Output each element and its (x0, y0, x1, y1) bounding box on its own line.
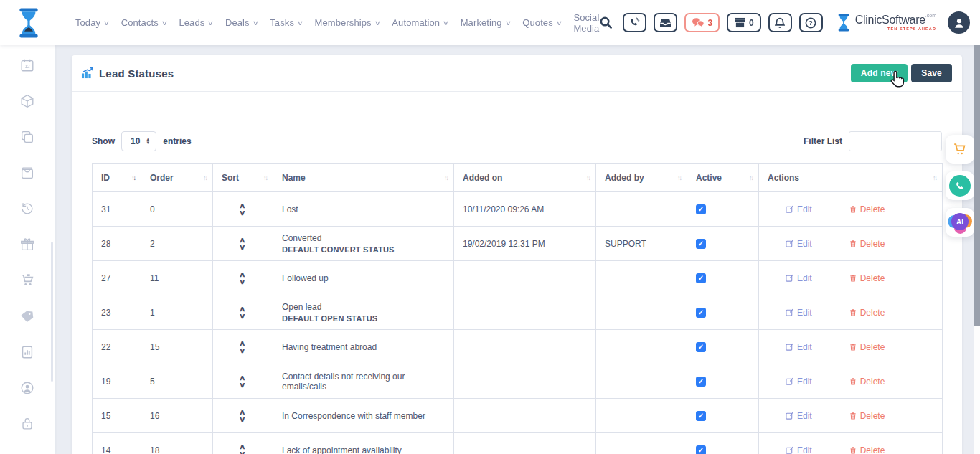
sidebar-item-calendar[interactable]: 12 (0, 47, 55, 83)
delete-link[interactable]: Delete (849, 239, 885, 249)
column-label: Sort (222, 173, 239, 183)
menu-item-leads[interactable]: Leads∨ (179, 17, 213, 28)
filter-input[interactable] (849, 131, 942, 151)
delete-link[interactable]: Delete (849, 273, 885, 283)
brand-hourglass-icon (836, 13, 852, 32)
app-logo[interactable] (11, 7, 47, 39)
save-button[interactable]: Save (911, 64, 952, 82)
column-header-added-by[interactable]: Added by↑↓ (596, 164, 687, 192)
floating-phone-button[interactable] (946, 171, 974, 200)
notifications-button[interactable] (768, 13, 792, 32)
cell-order: 18 (141, 433, 213, 454)
delete-link[interactable]: Delete (849, 204, 885, 214)
store-button[interactable]: 0 (727, 13, 761, 32)
delete-link[interactable]: Delete (849, 445, 885, 454)
edit-link[interactable]: Edit (786, 308, 812, 318)
active-checkbox[interactable]: ✓ (696, 308, 706, 318)
move-up-icon[interactable]: ∧ (239, 306, 246, 312)
brand-logo[interactable]: ClinicSoftware .com TEN STEPS AHEAD (836, 13, 936, 32)
sidebar-scrollbar-thumb[interactable] (51, 242, 53, 382)
sort-arrows-icon: ↑↓ (586, 174, 590, 181)
active-checkbox[interactable]: ✓ (696, 377, 706, 387)
menu-item-contacts[interactable]: Contacts∨ (121, 17, 167, 28)
edit-link[interactable]: Edit (786, 239, 812, 249)
sidebar-item-bookings[interactable] (0, 155, 55, 191)
sidebar-item-shop[interactable] (0, 263, 55, 298)
column-header-active[interactable]: Active↑↓ (687, 164, 759, 192)
active-checkbox[interactable]: ✓ (696, 411, 706, 421)
active-checkbox[interactable]: ✓ (696, 445, 706, 454)
edit-link[interactable]: Edit (786, 273, 812, 283)
active-checkbox[interactable]: ✓ (696, 204, 706, 214)
sidebar-item-tags[interactable] (0, 298, 55, 334)
delete-link[interactable]: Delete (849, 308, 885, 318)
move-up-icon[interactable]: ∧ (239, 409, 246, 415)
move-down-icon[interactable]: ∨ (239, 209, 246, 216)
search-icon[interactable] (599, 16, 613, 29)
move-up-icon[interactable]: ∧ (239, 340, 246, 346)
menu-item-marketing[interactable]: Marketing∨ (461, 17, 511, 28)
menu-item-today[interactable]: Today∨ (75, 17, 109, 28)
delete-link-label: Delete (860, 411, 885, 421)
column-header-name[interactable]: Name↑↓ (273, 164, 454, 192)
inbox-button[interactable] (654, 13, 677, 32)
move-up-icon[interactable]: ∧ (239, 237, 246, 243)
delete-link[interactable]: Delete (849, 377, 885, 387)
edit-link[interactable]: Edit (786, 342, 812, 352)
menu-item-social-media[interactable]: Social Media (573, 12, 599, 34)
edit-link[interactable]: Edit (786, 377, 812, 387)
menu-item-quotes[interactable]: Quotes∨ (522, 17, 561, 28)
menu-item-tasks[interactable]: Tasks∨ (270, 17, 302, 28)
move-down-icon[interactable]: ∨ (239, 244, 246, 250)
table-row: 231∧∨Open leadDEFAULT OPEN STATUS✓EditDe… (93, 295, 943, 330)
sidebar-item-copy[interactable] (0, 119, 55, 155)
sidebar-item-account[interactable] (0, 370, 55, 406)
move-down-icon[interactable]: ∨ (239, 347, 246, 354)
column-header-sort[interactable]: Sort↑↓ (213, 164, 273, 192)
column-header-order[interactable]: Order↑↓ (141, 164, 213, 192)
sidebar-item-packages[interactable] (0, 83, 55, 119)
chevron-down-icon: ∨ (443, 19, 449, 27)
page-scrollbar-thumb[interactable] (974, 45, 980, 326)
move-up-icon[interactable]: ∧ (239, 202, 246, 209)
page-size-select[interactable]: 10 ▲▼ (121, 131, 156, 151)
edit-link[interactable]: Edit (786, 204, 812, 214)
floating-cart-button[interactable] (946, 135, 974, 164)
table-row: 2215∧∨Having treatment abroad✓EditDelete (93, 330, 943, 364)
page-scrollbar[interactable] (974, 45, 980, 454)
edit-link[interactable]: Edit (786, 445, 812, 454)
menu-item-memberships[interactable]: Memberships∨ (315, 17, 380, 28)
help-button[interactable]: ? (799, 13, 823, 32)
move-up-icon[interactable]: ∧ (239, 271, 246, 278)
chat-button[interactable]: 3 (684, 13, 720, 32)
sidebar-item-security[interactable] (0, 406, 55, 442)
floating-ai-button[interactable]: AI (946, 208, 974, 237)
column-header-actions[interactable]: Actions↑↓ (759, 164, 943, 192)
move-down-icon[interactable]: ∨ (239, 416, 246, 422)
store-icon (734, 17, 746, 28)
column-header-added-on[interactable]: Added on↑↓ (454, 164, 596, 192)
add-new-button[interactable]: Add new (851, 64, 908, 82)
active-checkbox[interactable]: ✓ (696, 342, 706, 352)
sort-arrows-icon: ↑↓ (203, 174, 207, 181)
edit-link[interactable]: Edit (786, 411, 812, 421)
user-avatar[interactable] (948, 11, 970, 34)
sidebar-item-reports[interactable] (0, 334, 55, 370)
menu-item-automation[interactable]: Automation∨ (392, 17, 448, 28)
phone-button[interactable] (623, 13, 646, 32)
move-down-icon[interactable]: ∨ (239, 313, 246, 319)
move-down-icon[interactable]: ∨ (239, 278, 246, 285)
active-checkbox[interactable]: ✓ (696, 273, 706, 283)
menu-item-deals[interactable]: Deals∨ (225, 17, 258, 28)
column-header-id[interactable]: ID↑↓ (93, 164, 141, 192)
sidebar-item-gifts[interactable] (0, 227, 55, 263)
move-down-icon[interactable]: ∨ (239, 450, 246, 454)
delete-link[interactable]: Delete (849, 411, 885, 421)
delete-link[interactable]: Delete (849, 342, 885, 352)
sidebar-item-history[interactable] (0, 191, 55, 227)
move-up-icon[interactable]: ∧ (239, 443, 246, 450)
move-down-icon[interactable]: ∨ (239, 382, 246, 388)
menu-item-label: Memberships (315, 17, 372, 28)
active-checkbox[interactable]: ✓ (696, 239, 706, 249)
move-up-icon[interactable]: ∧ (239, 374, 246, 381)
